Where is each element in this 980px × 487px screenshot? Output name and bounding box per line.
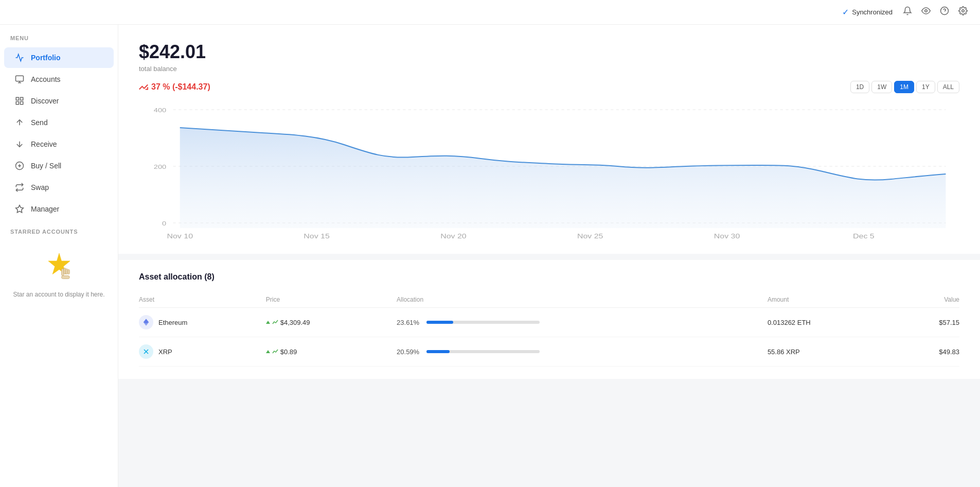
xrp-asset-icon (139, 344, 153, 359)
asset-table-body: Ethereum $4,309.49 23.61% 0.013262 ETH $… (139, 308, 959, 367)
sidebar-item-portfolio[interactable]: Portfolio (4, 47, 114, 68)
svg-rect-22 (61, 276, 69, 279)
portfolio-section: $242.01 total balance 37 % (-$144.37) 1D… (118, 25, 980, 254)
col-allocation: Allocation (386, 292, 757, 308)
sidebar-item-discover[interactable]: Discover (4, 91, 114, 111)
svg-rect-18 (61, 269, 64, 276)
portfolio-chart: 400 200 0 Nov 10 Nov 15 (139, 99, 959, 243)
filter-1y[interactable]: 1Y (916, 81, 935, 93)
svg-text:0: 0 (162, 220, 166, 227)
allocation-bar-bg (426, 321, 540, 324)
help-icon[interactable] (940, 6, 949, 18)
sidebar-item-accounts[interactable]: Accounts (4, 69, 114, 90)
svg-text:Nov 10: Nov 10 (167, 233, 193, 240)
svg-text:Dec 5: Dec 5 (853, 233, 875, 240)
svg-text:Nov 25: Nov 25 (577, 233, 603, 240)
discover-icon (14, 96, 25, 106)
asset-value: $57.15 (885, 308, 959, 337)
svg-rect-20 (65, 269, 67, 274)
sync-label: Synchronized (852, 8, 893, 16)
swap-icon (14, 182, 25, 193)
asset-name: XRP (158, 348, 172, 356)
manager-icon (14, 204, 25, 214)
price-value: $0.89 (280, 348, 297, 356)
allocation-bar-fill (426, 321, 453, 324)
portfolio-label: Portfolio (31, 54, 61, 62)
col-price: Price (256, 292, 386, 308)
filter-1m[interactable]: 1M (894, 81, 914, 93)
eye-icon[interactable] (921, 6, 931, 18)
svg-text:Nov 30: Nov 30 (714, 233, 740, 240)
accounts-label: Accounts (31, 75, 61, 83)
manager-label: Manager (31, 205, 59, 213)
price-value: $4,309.49 (280, 319, 310, 326)
chart-svg: 400 200 0 Nov 10 Nov 15 (139, 99, 959, 243)
asset-name-cell: XRP (139, 344, 256, 359)
buy-sell-label: Buy / Sell (31, 162, 61, 170)
eth-asset-icon (139, 315, 153, 329)
sync-status: ✓ Synchronized (842, 7, 893, 17)
swap-label: Swap (31, 183, 49, 192)
svg-rect-9 (21, 102, 23, 105)
filter-all[interactable]: ALL (937, 81, 959, 93)
filter-1d[interactable]: 1D (850, 81, 869, 93)
sidebar: MENU Portfolio Accounts (0, 25, 118, 487)
portfolio-icon (14, 53, 25, 63)
asset-section: Asset allocation (8) Asset Price Allocat… (118, 260, 980, 379)
sidebar-item-swap[interactable]: Swap (4, 177, 114, 198)
asset-table: Asset Price Allocation Amount Value Ethe… (139, 292, 959, 367)
starred-empty-text: Star an account to display it here. (13, 290, 104, 299)
table-row: Ethereum $4,309.49 23.61% 0.013262 ETH $… (139, 308, 959, 337)
allocation-cell: 23.61% (397, 319, 757, 326)
receive-label: Receive (31, 140, 57, 148)
time-filters: 1D 1W 1M 1Y ALL (850, 81, 959, 93)
starred-accounts-empty: Star an account to display it here. (0, 240, 118, 309)
trend-down-icon (139, 82, 148, 92)
asset-name-cell: Ethereum (139, 315, 256, 329)
asset-price: $0.89 (266, 348, 386, 356)
change-row: 37 % (-$144.37) 1D 1W 1M 1Y ALL (139, 81, 959, 93)
allocation-bar-fill (426, 350, 450, 353)
col-amount: Amount (757, 292, 886, 308)
bell-icon[interactable] (903, 6, 912, 18)
main-layout: MENU Portfolio Accounts (0, 25, 980, 487)
total-balance-value: $242.01 (139, 41, 959, 63)
sidebar-item-receive[interactable]: Receive (4, 134, 114, 154)
asset-allocation-title: Asset allocation (8) (139, 272, 959, 282)
sidebar-item-send[interactable]: Send (4, 112, 114, 133)
price-trend-icon (272, 319, 278, 325)
svg-text:Nov 15: Nov 15 (304, 233, 330, 240)
sync-check-icon: ✓ (842, 7, 849, 17)
star-hand-icon (44, 250, 75, 286)
starred-accounts-label: STARRED ACCOUNTS (0, 220, 118, 240)
asset-name: Ethereum (158, 319, 187, 326)
asset-price: $4,309.49 (266, 319, 386, 326)
allocation-bar-bg (426, 350, 540, 353)
allocation-cell: 20.59% (397, 348, 757, 356)
portfolio-change: 37 % (-$144.37) (139, 82, 210, 92)
table-header-row: Asset Price Allocation Amount Value (139, 292, 959, 308)
total-balance-label: total balance (139, 65, 959, 73)
receive-icon (14, 139, 25, 149)
svg-rect-10 (16, 102, 19, 105)
asset-amount: 55.86 XRP (757, 337, 886, 367)
svg-text:Nov 20: Nov 20 (440, 233, 467, 240)
svg-rect-4 (16, 76, 24, 81)
svg-rect-21 (67, 270, 69, 274)
price-trend-icon (272, 349, 278, 355)
allocation-pct: 23.61% (397, 319, 421, 326)
send-label: Send (31, 118, 48, 127)
sidebar-item-manager[interactable]: Manager (4, 199, 114, 219)
accounts-icon (14, 74, 25, 84)
svg-text:400: 400 (154, 107, 166, 114)
svg-text:200: 200 (154, 164, 166, 170)
sidebar-item-buy-sell[interactable]: Buy / Sell (4, 155, 114, 176)
svg-rect-8 (21, 97, 23, 100)
main-content: $242.01 total balance 37 % (-$144.37) 1D… (118, 25, 980, 487)
asset-amount: 0.013262 ETH (757, 308, 886, 337)
top-bar: ✓ Synchronized (0, 0, 980, 25)
settings-icon[interactable] (958, 6, 968, 18)
filter-1w[interactable]: 1W (871, 81, 892, 93)
chart-area (180, 128, 946, 228)
allocation-pct: 20.59% (397, 348, 421, 356)
